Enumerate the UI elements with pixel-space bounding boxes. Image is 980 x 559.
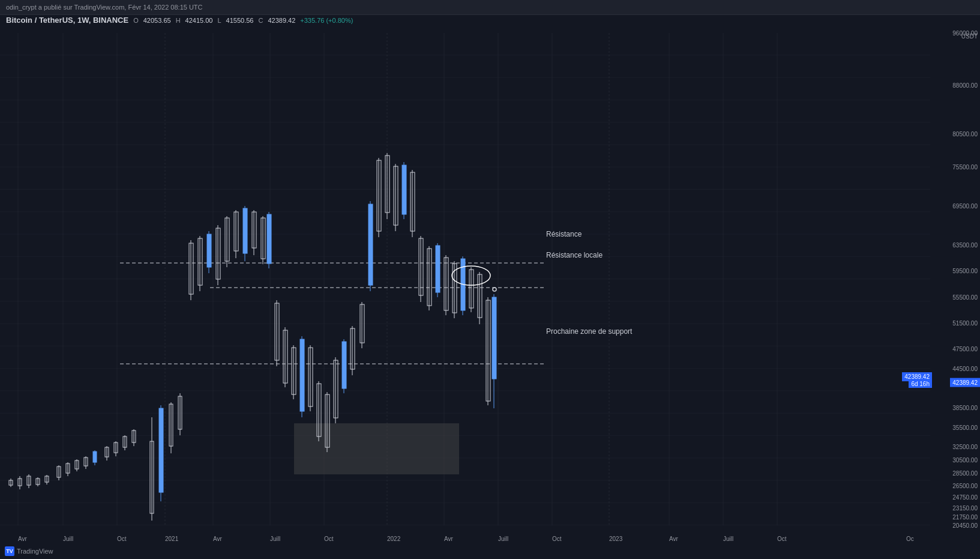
time-label-avr: Avr [213, 536, 222, 542]
current-price-axis: 42389.42 [950, 378, 980, 387]
open-label: O [133, 17, 139, 24]
price-level: 20450.00 [952, 522, 978, 529]
time-label-2023: 2023 [609, 536, 622, 542]
price-level: 75500.00 [952, 163, 978, 170]
svg-rect-72 [267, 214, 271, 264]
time-label-2022: 2022 [387, 536, 400, 542]
svg-rect-112 [436, 246, 440, 292]
tradingview-logo: TV TradingView [5, 546, 53, 556]
price-level: 47500.00 [952, 346, 978, 352]
svg-rect-126 [492, 297, 496, 379]
price-level: 96000.00 [952, 30, 978, 37]
time-label-avr: Avr [669, 536, 678, 542]
price-level: 38500.00 [952, 405, 978, 411]
high-label: H [176, 17, 181, 24]
chart-container: odin_crypt a publié sur TradingView.com,… [0, 0, 980, 559]
price-level: 80500.00 [952, 131, 978, 137]
svg-rect-96 [368, 204, 373, 285]
chart-svg [0, 33, 930, 525]
tv-logo-text: TradingView [17, 548, 53, 555]
price-level: 35500.00 [952, 424, 978, 431]
price-level: 30500.00 [952, 456, 978, 463]
svg-rect-48 [159, 408, 163, 492]
price-level: 51500.00 [952, 319, 978, 326]
price-level: 44500.00 [952, 365, 978, 372]
time-label-juill: Juill [270, 536, 280, 542]
price-level: 21750.00 [952, 513, 978, 520]
svg-rect-80 [300, 339, 304, 411]
open-val: 42053.65 [143, 17, 171, 24]
time-label-juill: Juill [498, 536, 508, 542]
svg-rect-58 [207, 234, 211, 267]
header-author: odin_crypt a publié sur TradingView.com,… [6, 4, 203, 11]
price-level: 55500.00 [952, 294, 978, 300]
time-label-oc: Oc [906, 536, 914, 542]
price-level: 69500.00 [952, 202, 978, 209]
time-label-avr: Avr [444, 536, 453, 542]
svg-rect-66 [243, 208, 247, 253]
svg-rect-104 [402, 165, 406, 214]
price-level: 28500.00 [952, 470, 978, 476]
symbol-name: Bitcoin / TetherUS, 1W, BINANCE [6, 16, 128, 25]
time-since-label: 6d 16h [909, 380, 932, 388]
high-val: 42415.00 [185, 17, 213, 24]
svg-rect-36 [93, 452, 97, 462]
time-label-oct: Oct [777, 536, 787, 542]
price-level: 88000.00 [952, 82, 978, 88]
price-level: 59500.00 [952, 268, 978, 274]
low-label: L [217, 17, 221, 24]
price-level: 32500.00 [952, 444, 978, 450]
time-label-oct: Oct [324, 536, 334, 542]
price-level: 24750.00 [952, 494, 978, 501]
price-level: 26500.00 [952, 483, 978, 489]
time-label-avr: Avr [18, 536, 27, 542]
close-label: C [258, 17, 263, 24]
time-label-2021: 2021 [165, 536, 178, 542]
price-level: 63500.00 [952, 241, 978, 248]
close-val: 42389.42 [268, 17, 295, 24]
time-label-juill: Juill [723, 536, 733, 542]
time-label-juill: Juill [63, 536, 73, 542]
svg-rect-90 [342, 342, 346, 388]
symbol-bar: Bitcoin / TetherUS, 1W, BINANCE O 42053.… [0, 13, 980, 27]
price-level: 23150.00 [952, 504, 978, 511]
change-val: +335.76 (+0.80%) [300, 17, 353, 24]
time-label-oct: Oct [552, 536, 562, 542]
time-axis: AvrJuillOct2021AvrJuillOct2022AvrJuillOc… [0, 531, 930, 546]
price-axis: 96000.0088000.0080500.0075500.0069500.00… [932, 33, 980, 537]
low-val: 41550.56 [226, 17, 254, 24]
tv-logo-icon: TV [5, 546, 14, 556]
time-label-oct: Oct [117, 536, 127, 542]
chart-area[interactable]: Résistance Résistance locale Prochaine z… [0, 33, 930, 525]
